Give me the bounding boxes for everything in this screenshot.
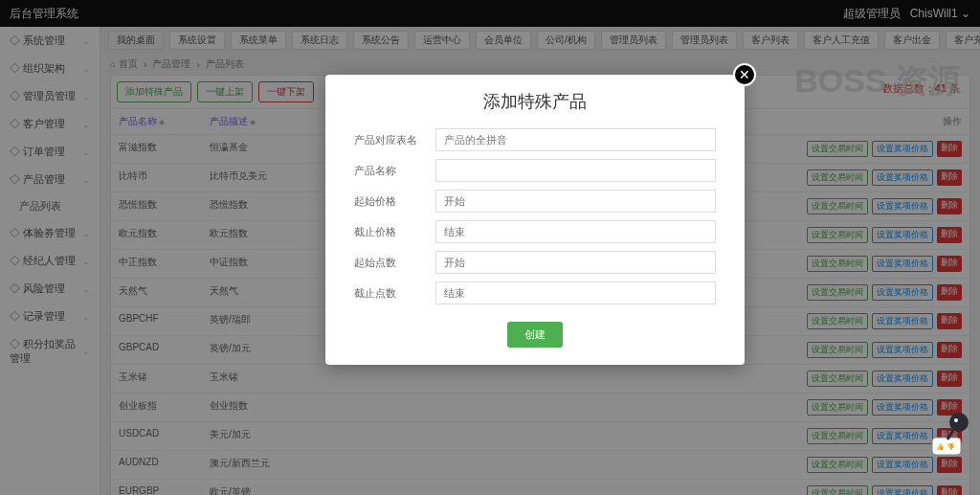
add-product-modal: ✕ 添加特殊产品 产品对应表名产品名称起始价格截止价格起始点数截止点数 创建: [325, 75, 745, 365]
form-row: 产品对应表名: [325, 124, 745, 155]
form-row: 起始点数: [325, 247, 745, 278]
modal-title: 添加特殊产品: [325, 75, 745, 124]
mascot-icon: 👍 👎: [930, 407, 976, 461]
field-input[interactable]: [435, 251, 716, 274]
form-row: 截止价格: [325, 216, 745, 247]
field-label: 截止点数: [354, 286, 435, 301]
field-input[interactable]: [435, 281, 716, 304]
field-label: 起始点数: [354, 256, 435, 270]
close-icon[interactable]: ✕: [733, 63, 756, 86]
field-input[interactable]: [435, 128, 716, 151]
svg-text:👍 👎: 👍 👎: [936, 442, 955, 451]
create-button[interactable]: 创建: [507, 322, 563, 348]
field-input[interactable]: [435, 159, 716, 182]
field-label: 产品对应表名: [354, 133, 435, 147]
field-label: 产品名称: [354, 164, 435, 178]
form-row: 起始价格: [325, 186, 745, 216]
field-input[interactable]: [435, 220, 716, 243]
form-row: 产品名称: [325, 155, 745, 186]
form-row: 截止点数: [325, 278, 745, 308]
field-input[interactable]: [435, 190, 716, 213]
svg-point-2: [954, 418, 958, 422]
field-label: 截止价格: [354, 225, 435, 239]
field-label: 起始价格: [354, 194, 435, 209]
svg-point-0: [949, 413, 969, 432]
